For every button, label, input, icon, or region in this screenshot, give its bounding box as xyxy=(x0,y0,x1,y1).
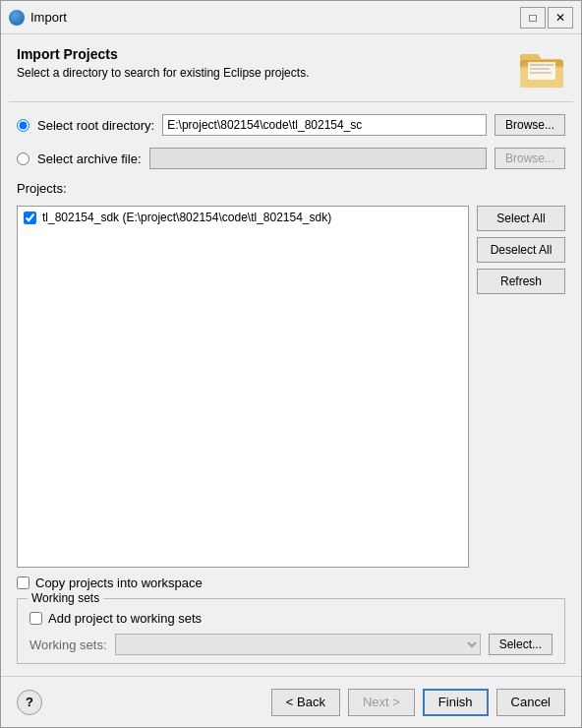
window-controls: □ ✕ xyxy=(520,7,573,29)
select-archive-radio[interactable] xyxy=(17,152,29,165)
add-to-working-sets-label[interactable]: Add project to working sets xyxy=(48,611,202,626)
select-archive-label[interactable]: Select archive file: xyxy=(37,152,142,166)
folder-icon xyxy=(518,46,565,93)
select-all-button[interactable]: Select All xyxy=(477,206,565,231)
refresh-button[interactable]: Refresh xyxy=(477,269,565,294)
project-item-label: tl_802154_sdk (E:\project\802154\code\tl… xyxy=(42,211,331,224)
table-row[interactable]: tl_802154_sdk (E:\project\802154\code\tl… xyxy=(18,207,468,228)
archive-file-input[interactable] xyxy=(149,148,487,169)
copy-projects-label[interactable]: Copy projects into workspace xyxy=(35,576,203,590)
finish-button[interactable]: Finish xyxy=(423,689,489,716)
select-root-row: Select root directory: Browse... xyxy=(17,114,565,136)
header-text: Import Projects Select a directory to se… xyxy=(17,46,309,80)
browse-root-button[interactable]: Browse... xyxy=(495,114,565,136)
svg-rect-6 xyxy=(530,72,552,74)
add-to-working-sets-checkbox[interactable] xyxy=(29,612,42,625)
window-title: Import xyxy=(30,10,514,25)
browse-archive-button[interactable]: Browse... xyxy=(495,148,565,169)
svg-rect-4 xyxy=(530,64,553,66)
import-window: Import □ ✕ Import Projects Select a dire… xyxy=(0,0,582,728)
project-checkbox[interactable] xyxy=(24,212,36,224)
working-sets-dropdown[interactable] xyxy=(115,634,481,655)
header-section: Import Projects Select a directory to se… xyxy=(1,34,581,101)
title-bar: Import □ ✕ xyxy=(1,1,581,34)
select-root-label[interactable]: Select root directory: xyxy=(37,118,154,133)
working-sets-legend: Working sets xyxy=(28,591,103,605)
projects-area: tl_802154_sdk (E:\project\802154\code\tl… xyxy=(17,206,565,568)
footer: ? < Back Next > Finish Cancel xyxy=(1,676,581,727)
copy-projects-checkbox[interactable] xyxy=(17,576,29,589)
app-icon xyxy=(9,10,25,26)
root-directory-input[interactable] xyxy=(162,114,487,136)
select-root-radio[interactable] xyxy=(17,119,29,132)
main-content: Select root directory: Browse... Select … xyxy=(1,102,581,676)
projects-buttons: Select All Deselect All Refresh xyxy=(477,206,565,568)
working-sets-select-row: Working sets: Select... xyxy=(29,634,553,655)
working-sets-select-button[interactable]: Select... xyxy=(489,634,553,655)
projects-list[interactable]: tl_802154_sdk (E:\project\802154\code\tl… xyxy=(17,206,469,568)
help-button[interactable]: ? xyxy=(17,690,42,715)
working-sets-field-label: Working sets: xyxy=(29,637,107,652)
page-title: Import Projects xyxy=(17,46,309,62)
page-subtitle: Select a directory to search for existin… xyxy=(17,66,309,80)
svg-rect-5 xyxy=(530,68,550,70)
close-button[interactable]: ✕ xyxy=(548,7,573,29)
next-button[interactable]: Next > xyxy=(348,689,415,716)
cancel-button[interactable]: Cancel xyxy=(496,689,565,716)
working-sets-group: Working sets Add project to working sets… xyxy=(17,598,565,664)
working-sets-content: Add project to working sets Working sets… xyxy=(29,611,553,655)
add-to-working-sets-row: Add project to working sets xyxy=(29,611,553,626)
copy-projects-row: Copy projects into workspace xyxy=(17,576,565,590)
deselect-all-button[interactable]: Deselect All xyxy=(477,237,565,263)
select-archive-row: Select archive file: Browse... xyxy=(17,148,565,169)
back-button[interactable]: < Back xyxy=(271,689,340,716)
minimize-button[interactable]: □ xyxy=(520,7,546,29)
projects-label: Projects: xyxy=(17,181,565,196)
